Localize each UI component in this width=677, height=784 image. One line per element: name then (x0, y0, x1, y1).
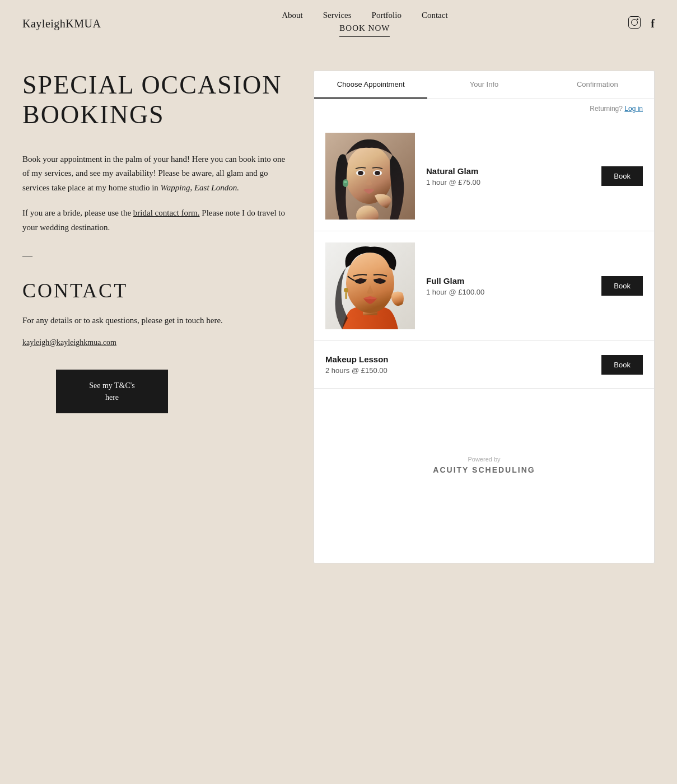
nav-services[interactable]: Services (323, 11, 352, 20)
powered-by-section: Powered by ACUITY SCHEDULING (314, 439, 654, 486)
site-logo[interactable]: KayleighKMUA (22, 17, 101, 30)
svg-point-4 (358, 171, 363, 175)
bridal-contact-link[interactable]: bridal contact form. (133, 208, 200, 217)
nav-book-now[interactable]: BOOK NOW (339, 24, 390, 37)
makeup-lesson-info: Makeup Lesson 2 hours @ £150.00 (325, 354, 590, 375)
tab-your-info[interactable]: Your Info (427, 71, 540, 99)
booking-tabs: Choose Appointment Your Info Confirmatio… (314, 71, 654, 99)
booking-widget: Choose Appointment Your Info Confirmatio… (314, 71, 655, 563)
natural-glam-info: Natural Glam 1 hour @ £75.00 (426, 166, 590, 186)
svg-point-12 (357, 278, 364, 283)
powered-by-name: ACUITY SCHEDULING (433, 465, 535, 474)
contact-description: For any details or to ask questions, ple… (22, 314, 291, 328)
description-paragraph-2: If you are a bride, please use the brida… (22, 206, 291, 235)
natural-glam-book-button[interactable]: Book (601, 166, 643, 186)
nav-portfolio[interactable]: Portfolio (372, 11, 401, 20)
svg-point-8 (344, 181, 347, 183)
full-glam-image (325, 242, 415, 329)
full-glam-book-button[interactable]: Book (601, 276, 643, 296)
tab-confirmation[interactable]: Confirmation (541, 71, 654, 99)
returning-bar: Returning? Log in (314, 99, 654, 116)
svg-point-14 (344, 288, 348, 292)
svg-point-13 (376, 278, 383, 283)
section-divider: — (22, 250, 291, 262)
makeup-lesson-name: Makeup Lesson (325, 354, 590, 364)
natural-glam-price: 1 hour @ £75.00 (426, 178, 590, 186)
main-nav: About Services Portfolio Contact BOOK NO… (282, 10, 447, 37)
description-paragraph-1: Book your appointment in the palm of you… (22, 152, 291, 195)
service-item-natural-glam: Natural Glam 1 hour @ £75.00 Book (314, 122, 654, 231)
service-item-makeup-lesson: Makeup Lesson 2 hours @ £150.00 Book (314, 341, 654, 389)
service-list: Natural Glam 1 hour @ £75.00 Book (314, 116, 654, 394)
full-glam-price: 1 hour @ £100.00 (426, 288, 590, 296)
left-panel: SPECIAL OCCASION BOOKINGS Book your appo… (22, 71, 291, 563)
facebook-icon[interactable]: f (651, 17, 655, 30)
natural-glam-image (325, 133, 415, 220)
page-title: SPECIAL OCCASION BOOKINGS (22, 71, 291, 130)
social-icons-container: f (628, 16, 655, 31)
nav-about[interactable]: About (282, 11, 303, 20)
makeup-lesson-price: 2 hours @ £150.00 (325, 366, 590, 375)
natural-glam-name: Natural Glam (426, 166, 590, 176)
svg-rect-15 (345, 292, 347, 299)
powered-by-label: Powered by (314, 456, 654, 463)
svg-point-6 (375, 171, 380, 175)
makeup-lesson-book-button[interactable]: Book (601, 355, 643, 375)
full-glam-info: Full Glam 1 hour @ £100.00 (426, 276, 590, 296)
service-item-full-glam: Full Glam 1 hour @ £100.00 Book (314, 231, 654, 341)
email-link[interactable]: kayleigh@kayleighkmua.com (22, 338, 291, 347)
full-glam-name: Full Glam (426, 276, 590, 286)
tab-choose-appointment[interactable]: Choose Appointment (314, 71, 427, 99)
contact-title: CONTACT (22, 279, 291, 302)
login-link[interactable]: Log in (624, 105, 643, 113)
instagram-icon[interactable] (628, 16, 641, 31)
nav-contact[interactable]: Contact (422, 11, 448, 20)
tc-button[interactable]: See my T&C's here (56, 370, 168, 413)
